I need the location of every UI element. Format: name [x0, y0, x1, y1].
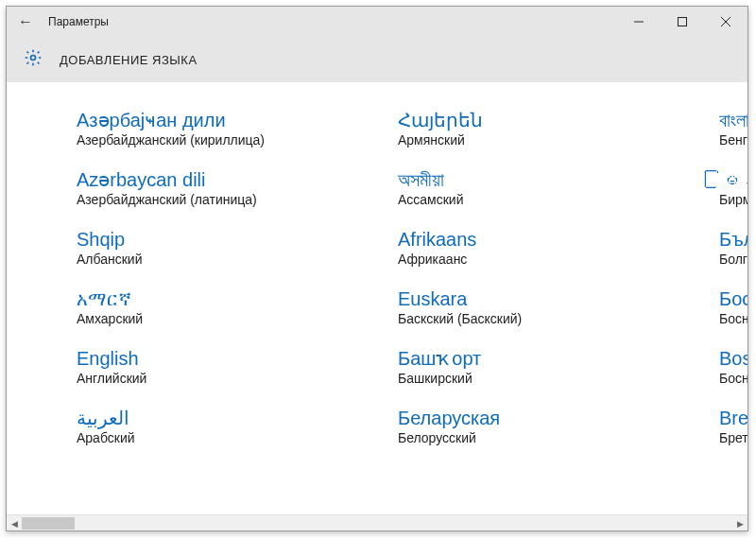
language-local-name: Африкаанс	[398, 252, 644, 267]
language-item[interactable]: БългарБолгарски	[719, 228, 747, 267]
language-native-name: Беларуская	[398, 407, 644, 429]
page-title: ДОБАВЛЕНИЕ ЯЗЫКА	[60, 53, 198, 67]
titlebar: ← Параметры	[7, 7, 747, 37]
maximize-button[interactable]	[661, 7, 704, 37]
language-item[interactable]: BrezhonБретонск	[719, 407, 747, 445]
language-item[interactable]: EuskaraБаскский (Баскский)	[398, 287, 644, 326]
language-column: Азәрбајҹан дилиАзербайджанский (кириллиц…	[77, 109, 322, 445]
language-item[interactable]: ՀայերենАрмянский	[398, 109, 644, 148]
window-title: Параметры	[48, 15, 109, 28]
language-native-name: Босанс	[719, 287, 747, 310]
scroll-left-arrow-icon[interactable]: ◀	[7, 515, 22, 531]
language-item[interactable]: Азәрбајҹан дилиАзербайджанский (кириллиц…	[77, 109, 322, 148]
language-local-name: Армянский	[398, 132, 644, 148]
scroll-thumb[interactable]	[22, 517, 75, 530]
language-item[interactable]: العربيةАрабский	[77, 407, 322, 445]
language-item[interactable]: বাংলাБенгальск	[719, 109, 747, 148]
language-local-name: Бирманск	[719, 192, 747, 207]
gear-icon	[24, 48, 43, 71]
language-local-name: Боснийск	[719, 371, 747, 386]
language-item[interactable]: БашҡортБашкирский	[398, 347, 644, 386]
svg-point-4	[31, 56, 36, 61]
language-local-name: Бенгальск	[719, 132, 747, 148]
back-arrow-icon: ←	[18, 13, 33, 30]
language-native-name: Bosansk	[719, 347, 747, 370]
window-controls	[617, 7, 747, 37]
language-item[interactable]: Azərbaycan diliАзербайджанский (латиница…	[77, 168, 322, 207]
language-native-name: বাংলা	[719, 109, 747, 131]
maximize-icon	[678, 17, 687, 26]
svg-rect-1	[679, 18, 687, 26]
minimize-icon	[634, 17, 644, 26]
language-native-name: অসমীয়া	[398, 168, 644, 191]
language-local-name: Английский	[77, 371, 322, 386]
language-local-name: Азербайджанский (кириллица)	[77, 132, 322, 148]
language-native-name: Азәрбајҹан дили	[77, 109, 322, 131]
language-native-name: Башҡорт	[398, 347, 644, 370]
language-local-name: Ассамский	[398, 192, 644, 207]
language-native-name: Azərbaycan dili	[77, 168, 322, 191]
language-item[interactable]: БеларускаяБелорусский	[398, 407, 644, 445]
language-local-name: Баскский (Баскский)	[398, 311, 644, 326]
horizontal-scrollbar[interactable]: ◀ ▶	[7, 514, 747, 530]
language-local-name: Арабский	[77, 430, 322, 445]
language-item[interactable]: BosanskБоснийск	[719, 347, 747, 386]
content-viewport: Азәрбајҹан дилиАзербайджанский (кириллиц…	[7, 82, 747, 514]
language-item[interactable]: БосансБоснийск	[719, 287, 747, 326]
language-native-name: Shqip	[77, 228, 322, 251]
language-local-name: Белорусский	[398, 430, 644, 445]
language-local-name: Азербайджанский (латиница)	[77, 192, 322, 207]
language-item[interactable]: AfrikaansАфрикаанс	[398, 228, 644, 267]
language-local-name: Башкирский	[398, 371, 644, 386]
minimize-button[interactable]	[617, 7, 661, 37]
language-native-name: Հայերեն	[398, 109, 644, 131]
language-local-name: Боснийск	[719, 311, 747, 326]
language-native-name: Euskara	[398, 287, 644, 310]
language-column: ՀայերենАрмянскийঅসমীয়াАссамскийAfrikaan…	[398, 109, 644, 445]
language-local-name: Бретонск	[719, 430, 747, 445]
close-icon	[721, 17, 730, 26]
language-item[interactable]: አማርኛАмхарский	[77, 287, 322, 326]
language-item[interactable]: မြန်မာБирманск	[719, 168, 747, 207]
language-local-name: Албанский	[77, 252, 322, 267]
page-header: ДОБАВЛЕНИЕ ЯЗЫКА	[7, 37, 747, 82]
language-column: বাংলাБенгальскမြန်မာБирманскБългарБолгар…	[719, 109, 747, 445]
language-grid: Азәрбајҹан дилиАзербайджанский (кириллиц…	[7, 82, 747, 464]
language-item[interactable]: ShqipАлбанский	[77, 228, 322, 267]
settings-window: ← Параметры ДОБАВЛЕНИЕ ЯЗЫКА Азәрбајҹан …	[6, 6, 748, 531]
language-native-name: English	[77, 347, 322, 370]
language-native-name: العربية	[77, 407, 322, 429]
language-item[interactable]: EnglishАнглийский	[77, 347, 322, 386]
language-native-name: Brezhon	[719, 407, 747, 429]
language-local-name: Болгарски	[719, 252, 747, 267]
back-button[interactable]: ←	[7, 7, 44, 37]
language-native-name: မြန်မာ	[719, 168, 747, 191]
language-native-name: Afrikaans	[398, 228, 644, 251]
language-native-name: Българ	[719, 228, 747, 251]
language-item[interactable]: অসমীয়াАссамский	[398, 168, 644, 207]
language-native-name: አማርኛ	[77, 287, 322, 310]
close-button[interactable]	[704, 7, 747, 37]
scroll-right-arrow-icon[interactable]: ▶	[732, 515, 747, 531]
language-local-name: Амхарский	[77, 311, 322, 326]
